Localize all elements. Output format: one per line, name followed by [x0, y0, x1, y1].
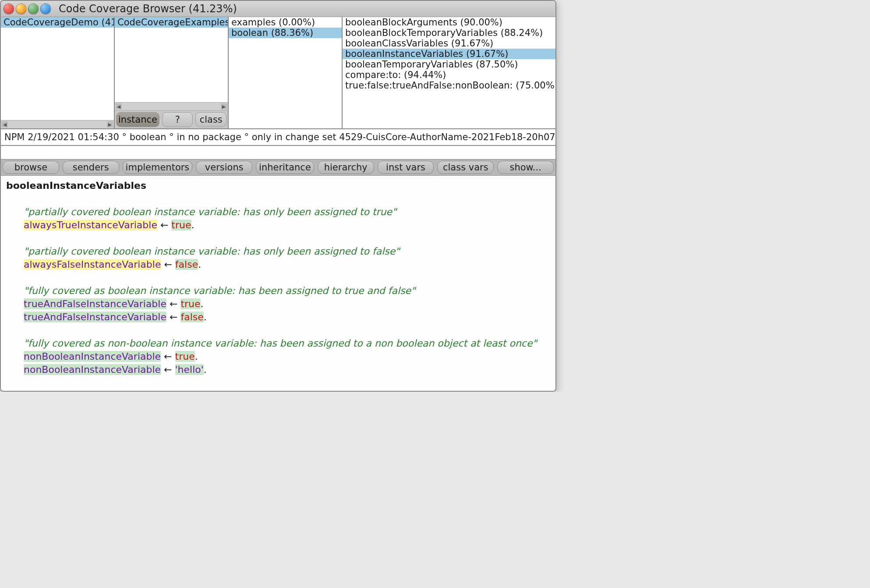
code-block: "partially covered boolean instance vari…	[6, 205, 550, 232]
method-pane: booleanBlockArguments (90.00%)booleanBlo…	[343, 17, 555, 128]
class-list[interactable]: CodeCoverageExamples (41.23%)	[115, 17, 228, 102]
list-item[interactable]: booleanTemporaryVariables (87.50%)	[343, 59, 555, 70]
toolbar: browsesendersimplementorsversionsinherit…	[1, 159, 555, 176]
class-tabs: instance ? class	[115, 110, 228, 128]
variable-name: alwaysFalseInstanceVariable	[24, 259, 161, 270]
method-name: booleanInstanceVariables	[6, 179, 550, 192]
code-line: alwaysTrueInstanceVariable ← true.	[24, 219, 550, 232]
list-item[interactable]: booleanBlockTemporaryVariables (88.24%)	[343, 28, 555, 38]
code-comment: "partially covered boolean instance vari…	[24, 245, 550, 258]
code-line: trueAndFalseInstanceVariable ← true.	[24, 298, 550, 311]
code-block: "fully covered as non-boolean instance v…	[6, 337, 550, 376]
keyword: true	[175, 351, 195, 362]
scroll-right-icon[interactable]: ▶	[107, 121, 113, 128]
list-item[interactable]: CodeCoverageExamples (41.23%)	[115, 17, 228, 28]
list-item[interactable]: booleanInstanceVariables (91.67%)	[343, 49, 555, 59]
code-area[interactable]: booleanInstanceVariables"partially cover…	[1, 176, 555, 391]
code-comment: "fully covered as non-boolean instance v…	[24, 337, 550, 350]
scroll-left-icon[interactable]: ◀	[2, 121, 8, 128]
keyword: true	[171, 220, 191, 230]
toolbar-class-vars-button[interactable]: class vars	[437, 161, 494, 174]
variable-name: nonBooleanInstanceVariable	[24, 364, 161, 375]
toolbar-browse-button[interactable]: browse	[3, 161, 59, 174]
variable-name: trueAndFalseInstanceVariable	[24, 298, 166, 309]
scroll-left-icon[interactable]: ◀	[116, 103, 122, 110]
code-line: nonBooleanInstanceVariable ← true.	[24, 350, 550, 363]
scroll-right-icon[interactable]: ▶	[221, 103, 227, 110]
code-line: nonBooleanInstanceVariable ← 'hello'.	[24, 363, 550, 376]
package-list[interactable]: CodeCoverageDemo (41.23%)	[1, 17, 114, 120]
variable-name: trueAndFalseInstanceVariable	[24, 312, 166, 322]
code-block: "partially covered boolean instance vari…	[6, 245, 550, 271]
toolbar-inst-vars-button[interactable]: inst vars	[378, 161, 434, 174]
variable-name: alwaysTrueInstanceVariable	[24, 220, 157, 230]
toolbar-versions-button[interactable]: versions	[196, 161, 252, 174]
code-comment: "fully covered as boolean instance varia…	[24, 284, 550, 298]
list-item[interactable]: booleanClassVariables (91.67%)	[343, 38, 555, 49]
browser-panes: CodeCoverageDemo (41.23%) ◀ ▶ CodeCovera…	[1, 17, 555, 129]
code-comment: "partially covered boolean instance vari…	[24, 205, 550, 219]
toolbar-implementors-button[interactable]: implementors	[123, 161, 193, 174]
toolbar-show----button[interactable]: show...	[497, 161, 554, 174]
window-menu-icon[interactable]	[40, 4, 51, 14]
string-literal: 'hello'	[175, 364, 204, 375]
gap	[1, 146, 555, 159]
toolbar-inheritance-button[interactable]: inheritance	[256, 161, 314, 174]
keyword: false	[175, 259, 198, 270]
toolbar-senders-button[interactable]: senders	[63, 161, 119, 174]
list-item[interactable]: examples (0.00%)	[229, 17, 342, 28]
list-item[interactable]: true:false:trueAndFalse:nonBoolean: (75.…	[343, 80, 555, 91]
class-pane: CodeCoverageExamples (41.23%) ◀ ▶ instan…	[115, 17, 229, 128]
tab-question[interactable]: ?	[162, 112, 193, 127]
scrollbar-horizontal[interactable]: ◀ ▶	[1, 120, 114, 128]
list-item[interactable]: booleanBlockArguments (90.00%)	[343, 17, 555, 28]
keyword: false	[180, 312, 203, 322]
status-line: NPM 2/19/2021 01:54:30 ° boolean ° in no…	[1, 129, 555, 146]
list-item[interactable]: CodeCoverageDemo (41.23%)	[1, 17, 114, 28]
tab-class[interactable]: class	[195, 112, 226, 127]
scrollbar-horizontal[interactable]: ◀ ▶	[115, 102, 228, 110]
list-item[interactable]: compare:to: (94.44%)	[343, 70, 555, 80]
toolbar-hierarchy-button[interactable]: hierarchy	[318, 161, 374, 174]
variable-name: nonBooleanInstanceVariable	[24, 351, 161, 362]
package-pane: CodeCoverageDemo (41.23%) ◀ ▶	[1, 17, 115, 128]
minimize-icon[interactable]	[16, 4, 26, 14]
code-line: alwaysFalseInstanceVariable ← false.	[24, 258, 550, 271]
protocol-pane: examples (0.00%)boolean (88.36%)	[229, 17, 343, 128]
code-block: "fully covered as boolean instance varia…	[6, 284, 550, 324]
titlebar[interactable]: Code Coverage Browser (41.23%)	[1, 1, 555, 17]
maximize-icon[interactable]	[28, 4, 39, 14]
tab-instance[interactable]: instance	[116, 112, 159, 127]
keyword: true	[180, 298, 200, 309]
method-list[interactable]: booleanBlockArguments (90.00%)booleanBlo…	[343, 17, 555, 128]
code-line: trueAndFalseInstanceVariable ← false.	[24, 311, 550, 324]
list-item[interactable]: boolean (88.36%)	[229, 28, 342, 38]
window-title: Code Coverage Browser (41.23%)	[59, 3, 237, 15]
protocol-list[interactable]: examples (0.00%)boolean (88.36%)	[229, 17, 342, 128]
code-coverage-browser-window: Code Coverage Browser (41.23%) CodeCover…	[0, 0, 556, 392]
close-icon[interactable]	[4, 4, 14, 14]
